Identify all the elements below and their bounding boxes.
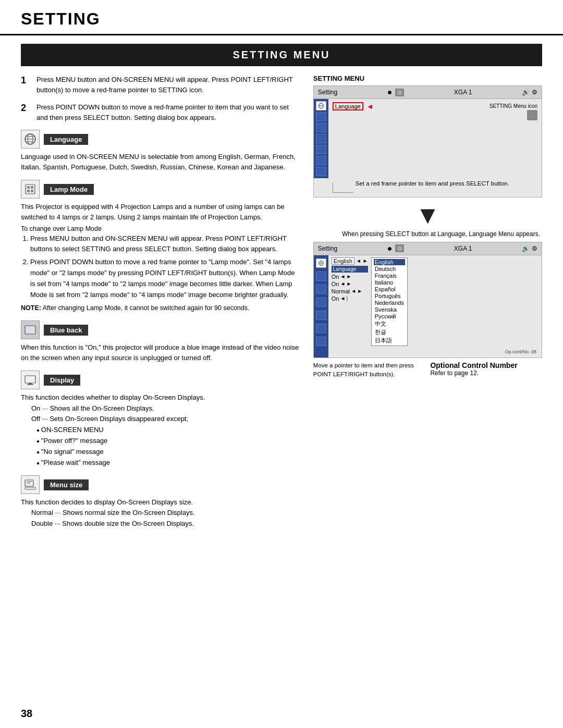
language-icon — [21, 130, 40, 149]
lamp-mode-steps: Press MENU button and ON-SCREEN MENU wil… — [21, 233, 301, 301]
display-off-item-3: "No signal" message — [36, 447, 301, 458]
menu-size-intro: This function decides to display On-Scre… — [21, 497, 301, 508]
left-column: 1 Press MENU button and ON-SCREEN MENU w… — [21, 75, 301, 537]
menu-sidebar-item-5 — [316, 145, 326, 154]
svg-rect-15 — [25, 487, 35, 489]
lang-sidebar-language — [316, 258, 326, 268]
lang-sidebar-6 — [316, 324, 326, 333]
svg-rect-8 — [27, 190, 30, 192]
menu-sidebar-language — [316, 101, 326, 110]
menu-sidebar-1 — [314, 99, 328, 178]
lamp-mode-section: Lamp Mode This Projector is equipped wit… — [21, 180, 301, 313]
lang-item-francais: Français — [374, 273, 405, 279]
lang-item-chinese: 中文 — [374, 320, 405, 328]
lang-item-japanese: 日本語 — [374, 337, 405, 344]
on-arrow-r-3: | — [346, 295, 348, 301]
svg-rect-13 — [27, 384, 33, 385]
setting-menu-title: SETTING MENU — [313, 75, 542, 82]
setting-menu-icon-label: SETTING Menu icon — [489, 103, 537, 109]
menu-size-double: Double ··· Shows double size the On-Scre… — [31, 519, 301, 529]
callout-1-text: Set a red frame pointer to item and pres… — [356, 180, 509, 193]
page-number: 38 — [21, 708, 32, 720]
normal-val: Normal — [332, 288, 350, 294]
display-off-item-2: "Power off?" message — [36, 436, 301, 447]
lang-item-korean: 한글 — [374, 328, 405, 336]
on-row-3: On ◄ | — [332, 295, 368, 302]
on-arrow-r-1: ► — [346, 274, 351, 279]
display-off-list: ON-SCREEN MENU "Power off?" message "No … — [31, 425, 301, 468]
right-column: SETTING MENU Setting ● ⊙ XGA 1 🔊 ⚙ — [313, 75, 542, 537]
lang-item-espanol: Español — [374, 286, 405, 292]
menu-sidebar-item-3 — [316, 123, 326, 132]
svg-rect-5 — [26, 184, 35, 194]
menu-size-normal: Normal ··· Shows normal size the On-Scre… — [31, 508, 301, 519]
lang-current-value: English — [332, 257, 354, 265]
blue-back-section: Blue back When this function is "On," th… — [21, 320, 301, 363]
svg-rect-7 — [31, 186, 33, 189]
optional-ctrl-title: Optional Control Number — [430, 361, 542, 369]
lang-menu-content: English ◄ ► Language On ◄ — [328, 255, 542, 357]
on-val-1: On — [332, 274, 339, 280]
step-2-number: 2 — [21, 102, 31, 114]
lang-item-deutsch: Deutsch — [374, 266, 405, 272]
page-title: SETTING — [21, 9, 542, 29]
callout-1: Set a red frame pointer to item and pres… — [314, 178, 542, 197]
lang-item-russian: Русский — [374, 313, 405, 319]
lang-menu-bar-left: Setting — [318, 245, 337, 252]
menu-main-area-1: Language ◄ SETTING Menu icon — [328, 99, 542, 178]
menu-sidebar-item-7 — [316, 167, 326, 176]
svg-rect-6 — [27, 186, 30, 189]
blue-back-icon — [21, 320, 40, 339]
svg-rect-9 — [31, 190, 33, 192]
lang-menu-bar-right: XGA 1 — [454, 245, 472, 252]
language-section: Language Language used in ON-SCREEN MENU… — [21, 130, 301, 172]
normal-arrow-r: ► — [357, 288, 362, 294]
menu-size-details: Normal ··· Shows normal size the On-Scre… — [21, 508, 301, 529]
menu-sidebar-item-4 — [316, 134, 326, 143]
menu-size-section: Menu size This function decides to displ… — [21, 475, 301, 529]
svg-rect-10 — [25, 326, 35, 334]
lang-arrow-left: ◄ — [356, 258, 361, 264]
setting-menu-screenshot: Setting ● ⊙ XGA 1 🔊 ⚙ — [313, 85, 542, 198]
on-val-3: On — [332, 295, 339, 302]
on-arrow-l-2: ◄ — [340, 281, 345, 287]
blue-back-body: When this function is "On," this project… — [21, 342, 301, 363]
menu-body-1: Language ◄ SETTING Menu icon — [314, 99, 542, 178]
optional-control-area: Move a pointer to item and then press PO… — [313, 361, 542, 379]
lang-menu-sidebar — [314, 255, 328, 357]
lamp-mode-label: Lamp Mode — [44, 184, 94, 195]
on-row-2: On ◄ ► — [332, 281, 368, 287]
display-off-item-4: "Please wait" message — [36, 458, 301, 468]
when-pressing-annotation: When pressing SELECT button at Language,… — [313, 230, 542, 239]
lang-sidebar-2 — [316, 272, 326, 281]
lang-sidebar-3 — [316, 285, 326, 294]
to-change-text: To change over Lamp Mode — [21, 225, 301, 232]
note-bold: NOTE: — [21, 304, 41, 312]
display-on-text: On ··· Shows all the On-Screen Displays.… — [21, 403, 301, 468]
page-header: SETTING — [0, 0, 563, 35]
red-arrow: ◄ — [366, 102, 374, 110]
on-arrow-l-1: ◄ — [340, 274, 345, 279]
menu-size-icon-row: Menu size — [21, 475, 301, 494]
menu-size-icon — [21, 475, 40, 494]
menu-bar-right-1: XGA 1 — [454, 89, 472, 96]
optional-ctrl-body: Refer to page 12. — [430, 369, 542, 377]
blue-back-label: Blue back — [44, 325, 88, 336]
language-icon-row: Language — [21, 130, 301, 149]
menu-bar-left-1: Setting — [318, 89, 337, 96]
normal-row: Normal ◄ ► — [332, 288, 368, 294]
step-1-number: 1 — [21, 75, 31, 87]
display-icon-row: Display — [21, 371, 301, 389]
step-1-text: Press MENU button and ON-SCREEN MENU wil… — [36, 75, 301, 95]
lamp-mode-icon — [21, 180, 40, 199]
on-arrow-r-2: ► — [346, 281, 351, 287]
lang-item-italiano: Italiano — [374, 279, 405, 286]
menu-top-bar-1: Setting ● ⊙ XGA 1 🔊 ⚙ — [314, 86, 542, 99]
lamp-mode-intro: This Projector is equipped with 4 Projec… — [21, 202, 301, 223]
section-title-bar: SETTING MENU — [21, 44, 542, 66]
lang-left-col: English ◄ ► Language On ◄ — [332, 257, 368, 346]
lang-item-nederlands: Nederlands — [374, 300, 405, 306]
lamp-mode-icon-row: Lamp Mode — [21, 180, 301, 199]
language-row-label: Language — [332, 266, 368, 273]
display-off-item-1: ON-SCREEN MENU — [36, 425, 301, 436]
